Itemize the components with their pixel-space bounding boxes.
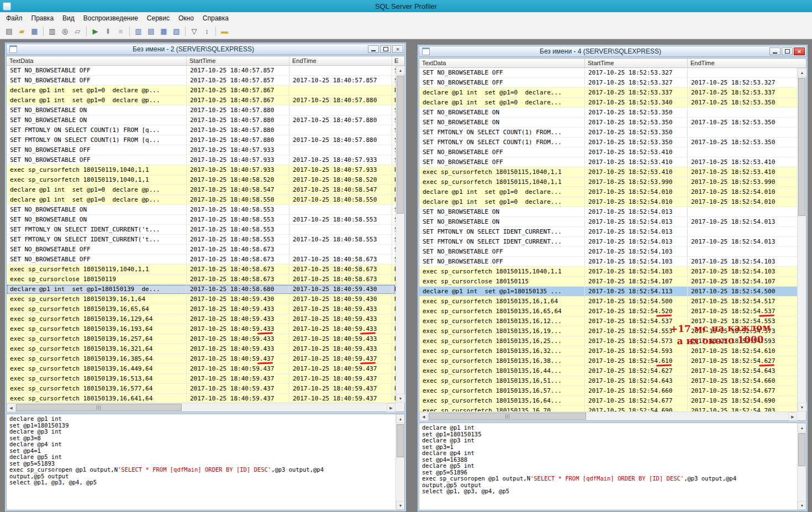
scroll-right-icon[interactable]: ▶ [387, 403, 396, 412]
detail-text[interactable]: declare @p1 intset @p1=180150139declare … [7, 414, 396, 510]
trace-row[interactable]: SET NO_BROWSETABLE OFF2017-10-25 18:52:5… [419, 78, 797, 88]
trace-row[interactable]: SET FMTONLY ON SELECT IDENT_CURRENT('t..… [7, 235, 396, 245]
start-replay-button[interactable]: ▶ [89, 25, 102, 38]
trace-row[interactable]: SET NO_BROWSETABLE ON2017-10-25 18:52:54… [419, 207, 797, 217]
scroll-left-icon[interactable]: ◀ [419, 412, 428, 421]
trace-row[interactable]: declare @p1 int set @p1=0 declare @p...2… [7, 185, 396, 195]
minimize-button[interactable] [769, 47, 781, 55]
trace-row[interactable]: SET FMTONLY ON SELECT IDENT_CURRENT('t..… [7, 225, 396, 235]
autoscroll-button[interactable]: ↕ [201, 25, 213, 38]
column-header-eventclass[interactable]: E [392, 56, 404, 65]
menu-item-window[interactable]: Окно [174, 13, 198, 24]
trace-row[interactable]: SET NO_BROWSETABLE OFF2017-10-25 18:52:5… [419, 247, 797, 257]
detail-scrollbar[interactable]: ▲ ▼ [797, 423, 806, 510]
close-button[interactable]: × [794, 47, 805, 55]
trace-row[interactable]: exec sp_cursorfetch 180150139,16,193,642… [7, 324, 396, 334]
menu-item-replay[interactable]: Воспроизведение [79, 13, 143, 24]
horizontal-scroll-thumb[interactable] [16, 404, 182, 411]
trace-row[interactable]: SET FMTONLY ON SELECT IDENT_CURRENT...20… [419, 227, 797, 237]
trace-row[interactable]: SET NO_BROWSETABLE OFF2017-10-25 18:52:5… [419, 147, 797, 157]
trace-row[interactable]: SET NO_BROWSETABLE OFF2017-10-25 18:52:5… [419, 157, 797, 167]
scroll-down-icon[interactable]: ▼ [396, 394, 405, 403]
find-button[interactable]: ◎ [59, 25, 71, 38]
trace-row[interactable]: SET NO_BROWSETABLE ON2017-10-25 18:40:58… [7, 215, 396, 225]
trace-row[interactable]: exec sp_cursorfetch 180150139,16,513,642… [7, 374, 396, 384]
trace-properties-button[interactable]: ▥ [46, 25, 59, 38]
trace-row[interactable]: SET NO_BROWSETABLE OFF2017-10-25 18:40:5… [7, 66, 396, 76]
trace-row[interactable]: exec sp_cursorfetch 180150135,16,65,6420… [419, 307, 797, 316]
column-header-textdata[interactable]: TextData [419, 59, 585, 67]
trace-row[interactable]: exec sp_cursorfetch 180150115,1040,1,120… [419, 267, 797, 277]
scroll-up-icon[interactable]: ▲ [396, 414, 405, 423]
child-title-bar[interactable]: Без имени - 2 (SERVER\SQLEXPRESS) × [6, 44, 405, 55]
trace-row[interactable]: exec sp_cursorfetch 180150139,16,1,64201… [7, 294, 396, 304]
trace-row[interactable]: SET NO_BROWSETABLE OFF2017-10-25 18:40:5… [7, 76, 396, 86]
trace-row[interactable]: declare @p1 int set @p1=0 declare...2017… [419, 187, 797, 197]
column-header-endtime[interactable]: EndTime [289, 56, 392, 65]
new-trace-button[interactable]: ▤ [3, 25, 15, 38]
trace-row[interactable]: exec sp_cursorfetch 180150135,16,57...20… [419, 386, 797, 396]
trace-row[interactable]: SET FMTONLY ON SELECT IDENT_CURRENT...20… [419, 237, 797, 247]
column-header-textdata[interactable]: TextData [7, 56, 187, 65]
horizontal-scroll-thumb[interactable] [429, 413, 586, 420]
trace-row[interactable]: exec sp_cursorfetch 180150119,1040,1,120… [7, 165, 396, 175]
vertical-scroll-thumb[interactable] [798, 433, 805, 466]
trace-row[interactable]: exec sp_cursorfetch 180150135,16,64...20… [419, 396, 797, 406]
maximize-button[interactable] [380, 45, 391, 53]
trace-row[interactable]: declare @p1 int set @p1=0 declare @p...2… [7, 96, 396, 105]
trace-row[interactable]: SET FMTONLY ON SELECT COUNT(1) FROM [q..… [7, 125, 396, 135]
detail-scrollbar[interactable]: ▲ ▼ [396, 414, 404, 510]
trace-row[interactable]: exec sp_cursorfetch 180150135,16,44...20… [419, 366, 797, 376]
minimize-button[interactable] [368, 45, 379, 53]
trace-row[interactable]: declare @p1 int set @p1=0 declare...2017… [419, 88, 797, 98]
trace-row[interactable]: SET NO_BROWSETABLE ON2017-10-25 18:52:54… [419, 217, 797, 227]
trace-row[interactable]: exec sp_cursorfetch 180150119,1040,1,120… [7, 175, 396, 185]
open-trace-button[interactable]: ▰ [15, 25, 28, 38]
scroll-up-icon[interactable]: ▲ [798, 423, 806, 432]
trace-row[interactable]: SET NO_BROWSETABLE OFF2017-10-25 18:40:5… [7, 155, 396, 165]
trace-row[interactable]: SET NO_BROWSETABLE ON2017-10-25 18:40:57… [7, 105, 396, 115]
trace-row[interactable]: SET NO_BROWSETABLE ON2017-10-25 18:52:53… [419, 108, 797, 118]
window-tile-button[interactable]: ▧ [170, 25, 183, 38]
column-header-starttime[interactable]: StartTime [585, 59, 688, 67]
stop-replay-button[interactable]: ■ [114, 25, 127, 38]
main-title-bar[interactable]: SQL Server Profiler [0, 0, 812, 12]
trace-row[interactable]: SET NO_BROWSETABLE OFF2017-10-25 18:40:5… [7, 255, 396, 265]
scroll-down-icon[interactable]: ▼ [396, 501, 405, 510]
trace-row[interactable]: SET NO_BROWSETABLE OFF2017-10-25 18:52:5… [419, 257, 797, 267]
trace-row[interactable]: exec sp_cursorfetch 180150139,16,321,642… [7, 344, 396, 354]
trace-row[interactable]: exec sp_cursorfetch 180150139,16,257,642… [7, 334, 396, 344]
trace-row[interactable]: SET NO_BROWSETABLE OFF2017-10-25 18:52:5… [419, 68, 797, 78]
trace-row[interactable]: exec sp_cursorfetch 180150139,16,577,642… [7, 384, 396, 394]
vertical-scroll-thumb[interactable] [397, 424, 404, 457]
trace-row[interactable]: exec sp_cursorfetch 180150135,16,38...20… [419, 356, 797, 366]
detail-text[interactable]: declare @p1 intset @p1=180150135declare … [419, 423, 797, 510]
grid-vertical-scrollbar[interactable]: ▲ ▼ [396, 66, 404, 403]
trace-row[interactable]: exec sp_cursorfetch 180150139,16,129,642… [7, 314, 396, 324]
grouped-view-button[interactable]: ▤ [145, 25, 157, 38]
close-button[interactable]: × [392, 45, 403, 53]
trace-row[interactable]: exec sp_cursorfetch 180150115,1040,1,120… [419, 177, 797, 187]
trace-row[interactable]: declare @p1 int set @p1=180150135 ...201… [419, 287, 797, 297]
trace-row[interactable]: SET NO_BROWSETABLE ON2017-10-25 18:40:57… [7, 115, 396, 125]
clear-trace-button[interactable]: ▱ [71, 25, 84, 38]
trace-row[interactable]: exec sp_cursorfetch 180150139,16,385,642… [7, 354, 396, 364]
menu-item-edit[interactable]: Правка [27, 13, 59, 24]
maximize-button[interactable] [782, 47, 793, 55]
grid-vertical-scrollbar[interactable]: ▲ ▼ [797, 68, 806, 411]
filter-button[interactable]: ▽ [188, 25, 201, 38]
pause-replay-button[interactable]: ‖ [102, 25, 114, 38]
trace-row[interactable]: declare @p1 int set @p1=0 declare...2017… [419, 197, 797, 207]
trace-row[interactable]: exec sp_cursorclose 1801501152017-10-25 … [419, 277, 797, 287]
highlighter-button[interactable]: ▬ [218, 25, 231, 38]
scroll-up-icon[interactable]: ▲ [798, 68, 806, 77]
trace-row[interactable]: exec sp_cursorfetch 180150119,1040,1,120… [7, 265, 396, 275]
trace-row[interactable]: SET NO_BROWSETABLE ON2017-10-25 18:40:58… [7, 205, 396, 215]
organize-columns-button[interactable]: ▥ [132, 25, 145, 38]
column-header-starttime[interactable]: StartTime [187, 56, 289, 65]
trace-row[interactable]: exec sp_cursorfetch 180150135,16,32...20… [419, 346, 797, 356]
scroll-down-icon[interactable]: ▼ [798, 501, 806, 510]
child-title-bar[interactable]: Без имени - 4 (SERVER\SQLEXPRESS) × [419, 46, 806, 57]
trace-row[interactable]: SET NO_BROWSETABLE ON2017-10-25 18:52:53… [419, 118, 797, 128]
trace-row[interactable]: declare @p1 int set @p1=0 declare @p...2… [7, 86, 396, 96]
